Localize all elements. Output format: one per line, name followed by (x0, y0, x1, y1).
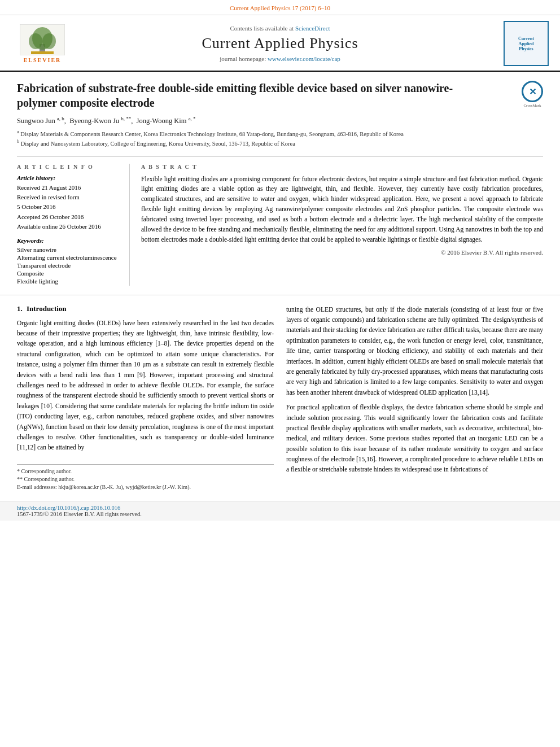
svg-rect-5 (31, 51, 54, 54)
article-header-section: CrossMark Fabrication of substrate-free … (0, 72, 560, 295)
history-item-1: Received in revised form (17, 193, 123, 202)
abstract-column: A B S T R A C T Flexible light emitting … (141, 164, 543, 286)
footnote-1: * Corresponding author. (17, 468, 274, 474)
history-item-0: Received 21 August 2016 (17, 184, 123, 192)
body-section: 1. Introduction Organic light emitting d… (0, 295, 560, 501)
elsevier-logo-area: ELSEVIER (11, 24, 73, 63)
footnote-marker-1: * (17, 468, 20, 474)
journal-logo-box: Current Applied Physics (504, 21, 549, 66)
journal-name: Current Applied Physics (73, 35, 487, 52)
right-paragraph-2: For practical application of flexible di… (286, 402, 543, 475)
authors-line: Sungwoo Jun a, b, Byeong-Kwon Ju b, **, … (17, 116, 543, 125)
introduction-title: 1. Introduction (17, 304, 274, 313)
crossmark-badge[interactable]: CrossMark (522, 81, 543, 108)
journal-top-bar: Current Applied Physics 17 (2017) 6–10 (0, 0, 560, 15)
footnote-email-text: E-mail addresses: hkju@korea.ac.kr (B.-K… (17, 484, 191, 490)
keyword-4: Flexible lighting (17, 278, 123, 285)
journal-title-area: Contents lists available at ScienceDirec… (73, 25, 487, 62)
history-item-2: 5 October 2016 (17, 203, 123, 211)
intro-paragraph-1: Organic light emitting diodes (OLEDs) ha… (17, 318, 274, 453)
article-info-title: A R T I C L E I N F O (17, 164, 123, 170)
article-title: Fabrication of substrate-free double-sid… (17, 81, 457, 110)
homepage-line: journal homepage: www.elsevier.com/locat… (73, 55, 487, 62)
affiliations: a Display Materials & Components Researc… (17, 129, 543, 148)
body-right-column: tuning the OLED structures, but only if … (286, 304, 543, 492)
author-3: Jong-Woong Kim a, * (137, 117, 196, 125)
crossmark-icon (522, 81, 543, 102)
history-title: Article history: (17, 174, 123, 181)
elsevier-logo: ELSEVIER (11, 24, 73, 63)
svg-point-3 (29, 33, 42, 49)
journal-homepage-link[interactable]: www.elsevier.com/locate/cap (268, 55, 340, 62)
body-two-column: 1. Introduction Organic light emitting d… (17, 304, 543, 492)
right-paragraph-1: tuning the OLED structures, but only if … (286, 304, 543, 398)
author-1: Sungwoo Jun a, b, (17, 117, 68, 125)
contents-available-line: Contents lists available at ScienceDirec… (73, 25, 487, 32)
footnote-2: ** Corresponding author. (17, 476, 274, 482)
journal-header: ELSEVIER Contents lists available at Sci… (0, 15, 560, 72)
keyword-1: Alternating current electroluminescence (17, 254, 123, 261)
issn-text: 1567-1739/© 2016 Elsevier B.V. All right… (17, 511, 142, 517)
logo-line-3: Physics (519, 46, 533, 51)
footnote-text-1: Corresponding author. (21, 468, 72, 474)
keyword-0: Silver nanowire (17, 246, 123, 253)
doi-link[interactable]: http://dx.doi.org/10.1016/j.cap.2016.10.… (17, 505, 120, 511)
section-name: Introduction (27, 304, 67, 313)
section-number: 1. (17, 304, 23, 313)
footnote-text-2: Corresponding author. (24, 476, 75, 482)
svg-point-4 (42, 33, 56, 49)
affiliation-b: b Display and Nanosystem Laboratory, Col… (17, 138, 543, 148)
keywords-title: Keywords: (17, 237, 123, 244)
keyword-2: Transparent electrode (17, 262, 123, 269)
footnotes-area: * Corresponding author. ** Corresponding… (17, 464, 274, 490)
footnote-marker-2: ** (17, 476, 23, 482)
article-info-abstract-section: A R T I C L E I N F O Article history: R… (17, 156, 543, 286)
journal-citation-link[interactable]: Current Applied Physics 17 (2017) 6–10 (230, 5, 330, 11)
doi-bar: http://dx.doi.org/10.1016/j.cap.2016.10.… (0, 501, 560, 521)
keyword-3: Composite (17, 270, 123, 277)
author-2: Byeong-Kwon Ju b, **, (69, 117, 134, 125)
crossmark-label: CrossMark (523, 103, 541, 108)
article-info-column: A R T I C L E I N F O Article history: R… (17, 164, 130, 286)
abstract-title: A B S T R A C T (141, 164, 543, 170)
body-left-column: 1. Introduction Organic light emitting d… (17, 304, 274, 492)
logo-line-1: Current (518, 36, 534, 41)
history-item-3: Accepted 26 October 2016 (17, 213, 123, 221)
history-item-4: Available online 26 October 2016 (17, 222, 123, 231)
logo-line-2: Applied (518, 41, 533, 46)
elsevier-tree-icon (20, 24, 65, 55)
abstract-text: Flexible light emitting diodes are a pro… (141, 174, 543, 245)
footnote-3: E-mail addresses: hkju@korea.ac.kr (B.-K… (17, 484, 274, 490)
abstract-copyright: © 2016 Elsevier B.V. All rights reserved… (141, 249, 543, 256)
affiliation-a: a Display Materials & Components Researc… (17, 129, 543, 138)
journal-logo-area: Current Applied Physics (487, 21, 549, 66)
sciencedirect-link[interactable]: ScienceDirect (295, 25, 330, 32)
elsevier-brand-text: ELSEVIER (24, 57, 62, 63)
